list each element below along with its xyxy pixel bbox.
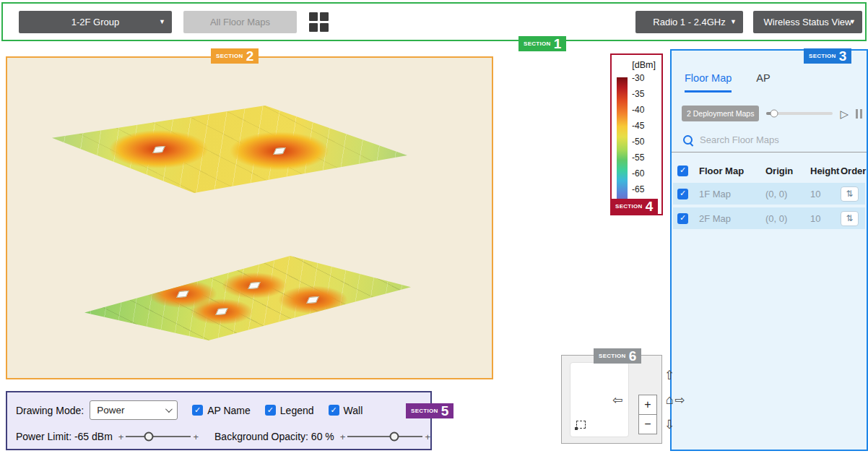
legend-checkbox[interactable]: Legend xyxy=(265,405,314,416)
drawing-mode-label: Drawing Mode: xyxy=(16,405,84,416)
background-opacity-slider[interactable]: + + xyxy=(340,432,430,442)
ap-marker[interactable] xyxy=(176,291,189,298)
floor-map-height: 10 xyxy=(810,213,841,224)
select-all-checkbox[interactable] xyxy=(677,166,688,176)
legend-label: Legend xyxy=(280,405,314,416)
legend-ticks: -30 -35 -40 -45 -50 -55 -60 -65 -75 xyxy=(632,73,644,210)
slider-track[interactable] xyxy=(347,436,422,437)
ap-marker[interactable] xyxy=(248,282,261,289)
slider-end-tick: + xyxy=(118,432,124,442)
all-floor-maps-button[interactable]: All Floor Maps xyxy=(183,11,297,33)
ap-name-checkbox[interactable]: AP Name xyxy=(192,405,251,416)
playback-slider-thumb[interactable] xyxy=(771,110,778,118)
drawing-mode-row: Drawing Mode: Power AP Name Legend Wall xyxy=(16,400,430,420)
legend-tick: -35 xyxy=(632,89,644,99)
row-1f-map[interactable]: 1F Map (0, 0) 10 ⇅ xyxy=(673,183,865,205)
grid-view-icon[interactable] xyxy=(309,12,329,32)
ap-marker[interactable] xyxy=(307,296,320,304)
legend-title: [dBm] xyxy=(612,60,656,70)
ap-name-label: AP Name xyxy=(207,405,251,416)
pan-up-button[interactable]: ⇧ xyxy=(664,369,674,382)
section-4-badge: SECTION 4 xyxy=(610,199,658,214)
zoom-in-button[interactable]: + xyxy=(638,395,657,415)
grid-square xyxy=(309,12,318,21)
ap-marker[interactable] xyxy=(152,145,165,152)
wireless-heatmap-app: 1-2F Group ▼ All Floor Maps Radio 1 - 2.… xyxy=(0,0,868,464)
section-badge-label: SECTION xyxy=(216,53,243,59)
power-limit-slider[interactable]: + + xyxy=(118,432,199,442)
radio-dropdown[interactable]: Radio 1 - 2.4GHz ▼ xyxy=(635,11,743,33)
floor-map-canvas[interactable] xyxy=(6,56,493,379)
row-checkbox[interactable] xyxy=(677,189,688,199)
ap-marker[interactable] xyxy=(273,147,286,155)
playback-slider[interactable] xyxy=(766,112,833,115)
section-badge-number: 6 xyxy=(629,349,637,363)
slider-end-tick: + xyxy=(193,432,199,442)
row-checkbox[interactable] xyxy=(677,213,688,224)
pan-down-button[interactable]: ⇩ xyxy=(664,418,674,431)
pause-bar xyxy=(856,109,858,119)
reorder-button[interactable]: ⇅ xyxy=(841,211,859,226)
floor-map-panel: Floor Map AP 2 Deployment Maps ▷ Floor M… xyxy=(670,49,868,451)
row-2f-map[interactable]: 2F Map (0, 0) 10 ⇅ xyxy=(673,207,865,229)
dbm-legend: [dBm] -30 -35 -40 -45 -50 -55 -60 -65 -7… xyxy=(610,53,663,215)
grid-square xyxy=(320,23,329,32)
column-header-order: Order xyxy=(841,166,865,176)
slider-thumb[interactable] xyxy=(389,432,399,442)
search-input[interactable] xyxy=(700,134,862,145)
zoom-out-button[interactable]: − xyxy=(638,414,657,434)
map-navigation-panel: ⇧ ⇦ ⌂ ⇨ ⇩ + − xyxy=(561,355,662,444)
floor-group-dropdown[interactable]: 1-2F Group ▼ xyxy=(19,11,172,33)
drawing-mode-value: Power xyxy=(97,405,124,416)
legend-tick: -45 xyxy=(632,121,644,131)
drawing-mode-select[interactable]: Power xyxy=(90,400,178,420)
section-badge-number: 5 xyxy=(441,404,449,418)
legend-tick: -40 xyxy=(632,105,644,115)
deployment-maps-badge[interactable]: 2 Deployment Maps xyxy=(682,106,759,121)
section-badge-label: SECTION xyxy=(411,408,438,414)
floor-map-search[interactable] xyxy=(672,134,867,152)
upper-floor-heatmap xyxy=(52,106,407,193)
section-badge-label: SECTION xyxy=(809,53,836,59)
deployment-row: 2 Deployment Maps ▷ xyxy=(682,106,867,121)
tab-floor-map[interactable]: Floor Map xyxy=(685,72,732,93)
legend-tick: -65 xyxy=(632,184,644,194)
pan-left-button[interactable]: ⇦ xyxy=(612,394,622,406)
slider-thumb[interactable] xyxy=(144,432,153,442)
legend-gradient-bar xyxy=(617,77,628,207)
section-badge-number: 2 xyxy=(246,49,254,63)
home-button[interactable]: ⌂ xyxy=(666,393,674,406)
sort-arrows-icon: ⇅ xyxy=(846,213,853,223)
play-icon[interactable]: ▷ xyxy=(840,108,849,119)
legend-tick: -60 xyxy=(632,168,644,179)
sliders-row: Power Limit: -65 dBm + + Background Opac… xyxy=(16,431,430,442)
pause-bar xyxy=(860,109,862,119)
chevron-down-icon xyxy=(165,405,173,413)
pan-right-button[interactable]: ⇨ xyxy=(674,394,685,406)
section-badge-number: 4 xyxy=(646,199,654,213)
checkbox-checked-icon xyxy=(265,405,276,416)
pause-icon[interactable] xyxy=(856,109,862,119)
column-header-origin: Origin xyxy=(765,166,810,176)
floor-map-table-header: Floor Map Origin Height Order xyxy=(672,161,867,180)
slider-track[interactable] xyxy=(126,436,191,437)
checkbox-checked-icon xyxy=(192,405,203,416)
power-limit-label: Power Limit: -65 dBm xyxy=(16,431,113,442)
wall-label: Wall xyxy=(344,405,363,416)
slider-end-tick: + xyxy=(340,432,346,442)
floor-map-origin: (0, 0) xyxy=(765,213,810,224)
sort-arrows-icon: ⇅ xyxy=(846,189,853,199)
floor-map-name: 2F Map xyxy=(699,213,765,224)
section-5-badge: SECTION 5 xyxy=(406,403,453,418)
grid-square xyxy=(320,12,329,21)
reorder-button[interactable]: ⇅ xyxy=(841,186,859,202)
section-badge-label: SECTION xyxy=(524,40,551,47)
section-badge-label: SECTION xyxy=(615,203,643,210)
checkbox-checked-icon xyxy=(329,405,339,416)
view-mode-dropdown[interactable]: Wireless Status View ▼ xyxy=(753,11,862,33)
tab-ap[interactable]: AP xyxy=(756,72,770,93)
wall-checkbox[interactable]: Wall xyxy=(329,405,363,416)
ap-marker[interactable] xyxy=(215,308,228,315)
lower-floor-heatmap xyxy=(84,256,411,340)
background-opacity-label: Background Opacity: 60 % xyxy=(214,431,334,442)
